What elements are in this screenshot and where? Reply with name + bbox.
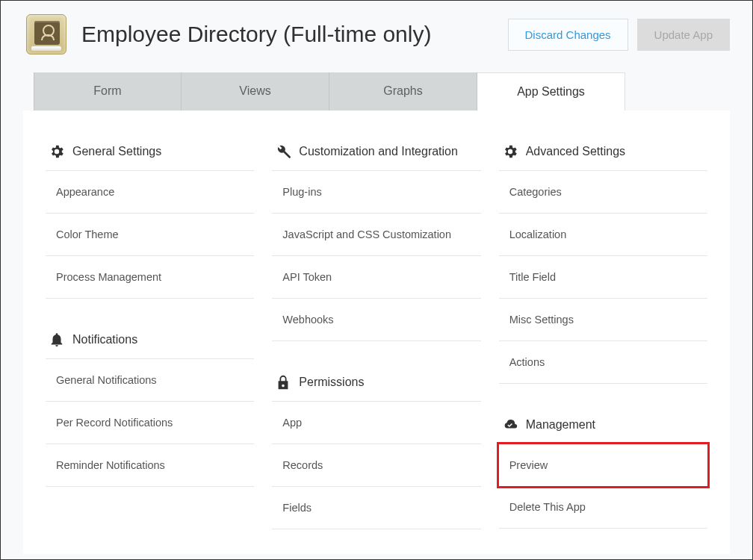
gear-advanced-icon xyxy=(502,143,518,160)
tab-graphs[interactable]: Graphs xyxy=(329,72,477,111)
section-label: Advanced Settings xyxy=(526,145,625,158)
section-advanced: Advanced Settings xyxy=(499,143,707,171)
cloud-check-icon xyxy=(502,417,518,433)
section-label: General Settings xyxy=(72,145,161,158)
item-reminder-notifications[interactable]: Reminder Notifications xyxy=(46,444,254,487)
section-label: Customization and Integration xyxy=(299,145,458,158)
item-general-notifications[interactable]: General Notifications xyxy=(46,359,254,402)
item-localization[interactable]: Localization xyxy=(499,214,707,256)
gear-icon xyxy=(49,143,65,160)
item-misc-settings[interactable]: Misc Settings xyxy=(499,299,707,341)
tab-views[interactable]: Views xyxy=(182,72,329,111)
wrench-icon xyxy=(275,143,291,160)
tab-app-settings[interactable]: App Settings xyxy=(477,72,625,111)
section-label: Management xyxy=(526,418,595,432)
item-delete-app[interactable]: Delete This App xyxy=(499,486,707,529)
tabs-bar: Form Views Graphs App Settings xyxy=(34,72,752,111)
item-plugins[interactable]: Plug-ins xyxy=(272,171,480,214)
item-permissions-records[interactable]: Records xyxy=(272,444,480,487)
section-label: Permissions xyxy=(299,376,364,389)
item-webhooks[interactable]: Webhooks xyxy=(272,299,480,341)
item-per-record-notifications[interactable]: Per Record Notifications xyxy=(46,402,254,444)
item-color-theme[interactable]: Color Theme xyxy=(46,214,254,256)
tab-form[interactable]: Form xyxy=(34,72,182,111)
bell-icon xyxy=(49,332,65,348)
settings-panel: General Settings Appearance Color Theme … xyxy=(23,111,730,554)
page-title: Employee Directory (Full-time only) xyxy=(81,22,508,47)
item-process-management[interactable]: Process Management xyxy=(46,256,254,299)
item-title-field[interactable]: Title Field xyxy=(499,256,707,299)
item-api-token[interactable]: API Token xyxy=(272,256,480,299)
section-label: Notifications xyxy=(72,333,137,346)
item-permissions-app[interactable]: App xyxy=(272,402,480,444)
item-actions[interactable]: Actions xyxy=(499,341,707,384)
item-categories[interactable]: Categories xyxy=(499,171,707,214)
section-general-settings: General Settings xyxy=(46,143,254,171)
section-customization: Customization and Integration xyxy=(272,143,480,171)
item-preview[interactable]: Preview xyxy=(497,442,710,488)
discard-changes-button[interactable]: Discard Changes xyxy=(508,19,628,51)
item-appearance[interactable]: Appearance xyxy=(46,171,254,214)
section-permissions: Permissions xyxy=(272,374,480,402)
app-icon xyxy=(26,14,66,55)
lock-icon xyxy=(275,374,291,391)
section-notifications: Notifications xyxy=(46,332,254,359)
item-permissions-fields[interactable]: Fields xyxy=(272,487,480,529)
update-app-button: Update App xyxy=(637,19,730,51)
item-js-css[interactable]: JavaScript and CSS Customization xyxy=(272,214,480,256)
section-management: Management xyxy=(499,417,707,444)
